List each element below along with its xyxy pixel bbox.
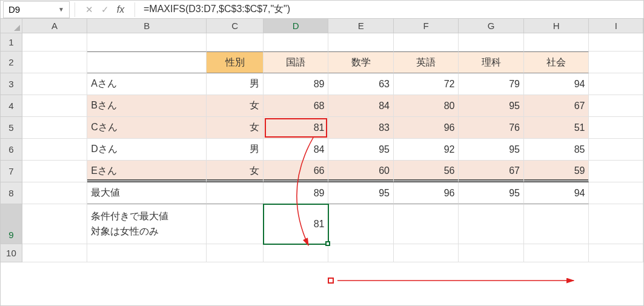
cell-C3[interactable]: 男 [207,73,264,95]
cell-D6[interactable]: 84 [264,139,329,161]
cell-D2[interactable]: 国語 [264,52,329,73]
cell-F4[interactable]: 80 [394,95,459,117]
fx-icon[interactable]: fx [115,4,126,15]
col-head-A[interactable]: A [22,19,88,33]
cell-C5[interactable]: 女 [207,117,264,139]
cell-H5[interactable]: 51 [524,117,589,139]
cell-E5[interactable]: 83 [328,117,394,139]
row-head-2[interactable]: 2 [1,52,22,73]
cell-B5[interactable]: Cさん [87,117,207,139]
cell-D3[interactable]: 89 [264,73,329,95]
fill-handle[interactable] [325,241,330,246]
cell-E1[interactable] [328,33,394,52]
col-head-H[interactable]: H [524,19,589,33]
cell-H6[interactable]: 85 [524,139,589,161]
cell-E9[interactable] [328,204,394,244]
cell-F7[interactable]: 56 [394,161,459,182]
row-head-5[interactable]: 5 [1,117,22,139]
row-head-7[interactable]: 7 [1,161,22,182]
row-head-1[interactable]: 1 [1,33,22,52]
cell-E4[interactable]: 84 [328,95,394,117]
cell-C8[interactable] [207,182,264,204]
cell-C7[interactable]: 女 [207,161,264,182]
cell-G2[interactable]: 理科 [459,52,524,73]
cell-A1[interactable] [22,33,88,52]
cell-A4[interactable] [22,95,88,117]
cell-G9[interactable] [459,204,524,244]
cell-I6[interactable] [589,139,643,161]
row-head-10[interactable]: 10 [1,244,22,262]
cell-G5[interactable]: 76 [459,117,524,139]
cell-F2[interactable]: 英語 [394,52,459,73]
col-head-B[interactable]: B [87,19,207,33]
cell-H7[interactable]: 59 [524,161,589,182]
cell-E8[interactable]: 95 [328,182,394,204]
cell-B6[interactable]: Dさん [87,139,207,161]
cell-G1[interactable] [459,33,524,52]
cell-B9[interactable]: 条件付きで最大値 対象は女性のみ [87,204,207,244]
cell-F5[interactable]: 96 [394,117,459,139]
col-head-F[interactable]: F [394,19,459,33]
cell-A7[interactable] [22,161,88,182]
cell-I1[interactable] [589,33,643,52]
cell-F8[interactable]: 96 [394,182,459,204]
cell-I4[interactable] [589,95,643,117]
col-head-G[interactable]: G [459,19,524,33]
cell-D5[interactable]: 81 [264,117,329,139]
cell-E10[interactable] [328,244,394,262]
cell-B7[interactable]: Eさん [87,161,207,182]
cell-C4[interactable]: 女 [207,95,264,117]
name-box[interactable]: D9 ▼ [3,1,70,18]
cell-G4[interactable]: 95 [459,95,524,117]
cell-H9[interactable] [524,204,589,244]
cell-H8[interactable]: 94 [524,182,589,204]
cell-D10[interactable] [264,244,329,262]
cell-I3[interactable] [589,73,643,95]
cell-C6[interactable]: 男 [207,139,264,161]
select-all-corner[interactable] [1,19,22,33]
cell-A8[interactable] [22,182,88,204]
cell-F6[interactable]: 92 [394,139,459,161]
formula-input[interactable]: =MAXIFS(D3:D7,$C$3:$C$7,"女") [138,1,643,18]
cell-I2[interactable] [589,52,643,73]
row-head-4[interactable]: 4 [1,95,22,117]
cell-A10[interactable] [22,244,88,262]
cell-G3[interactable]: 79 [459,73,524,95]
cell-D9[interactable]: 81 [264,204,329,244]
enter-icon[interactable]: ✓ [99,4,110,15]
cell-D8[interactable]: 89 [264,182,329,204]
cell-F3[interactable]: 72 [394,73,459,95]
cell-H4[interactable]: 67 [524,95,589,117]
cell-C9[interactable] [207,204,264,244]
cell-A6[interactable] [22,139,88,161]
cell-B2[interactable] [87,52,207,73]
cell-D1[interactable] [264,33,329,52]
cell-F9[interactable] [394,204,459,244]
cell-A5[interactable] [22,117,88,139]
cell-C1[interactable] [207,33,264,52]
cell-F10[interactable] [394,244,459,262]
row-head-3[interactable]: 3 [1,73,22,95]
cell-G10[interactable] [459,244,524,262]
dropdown-icon[interactable]: ▼ [58,6,64,13]
cell-E2[interactable]: 数学 [328,52,394,73]
cell-C2[interactable]: 性別 [207,52,264,73]
cell-H1[interactable] [524,33,589,52]
cell-F1[interactable] [394,33,459,52]
row-head-6[interactable]: 6 [1,139,22,161]
cell-D4[interactable]: 68 [264,95,329,117]
cell-I7[interactable] [589,161,643,182]
cell-B1[interactable] [87,33,207,52]
cell-B10[interactable] [87,244,207,262]
cell-D7[interactable]: 66 [264,161,329,182]
row-head-8[interactable]: 8 [1,182,22,204]
cell-G8[interactable]: 95 [459,182,524,204]
col-head-I[interactable]: I [589,19,643,33]
col-head-E[interactable]: E [328,19,394,33]
cell-A3[interactable] [22,73,88,95]
cell-E3[interactable]: 63 [328,73,394,95]
cell-B3[interactable]: Aさん [87,73,207,95]
cell-A9[interactable] [22,204,88,244]
cell-E7[interactable]: 60 [328,161,394,182]
cell-G7[interactable]: 67 [459,161,524,182]
